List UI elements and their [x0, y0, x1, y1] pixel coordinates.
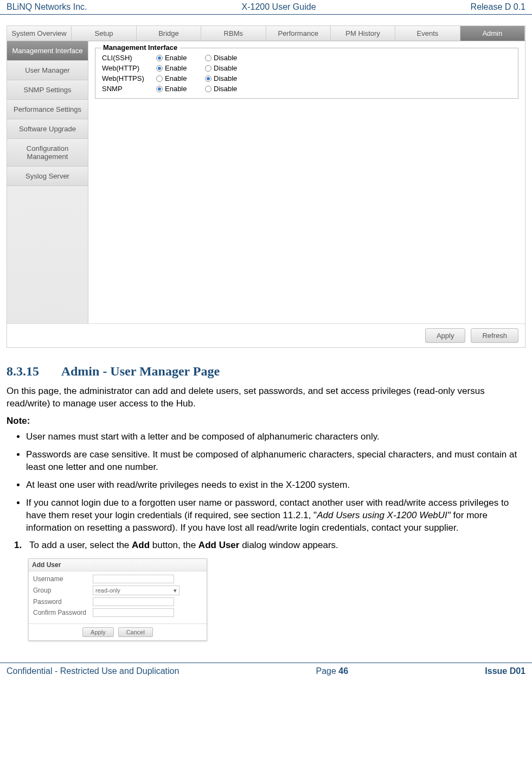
dialog-row-confirm: Confirm Password	[33, 607, 202, 618]
group-label: Group	[33, 587, 93, 594]
apply-button[interactable]: Apply	[425, 328, 466, 343]
enable-radio[interactable]: Enable	[156, 54, 205, 62]
config-label: CLI(SSH)	[102, 54, 156, 62]
add-user-dialog: Add User Username Group read-only ▾ Pass…	[28, 558, 207, 641]
top-tab-bridge[interactable]: Bridge	[137, 26, 201, 41]
config-label: Web(HTTP)	[102, 64, 156, 72]
confirm-label: Confirm Password	[33, 609, 93, 616]
username-input[interactable]	[93, 575, 174, 583]
refresh-button[interactable]: Refresh	[471, 328, 518, 343]
dialog-row-group: Group read-only ▾	[33, 584, 202, 596]
note-item: At least one user with read/write privil…	[26, 479, 525, 492]
note-item: User names must start with a letter and …	[26, 431, 525, 443]
footer-right: Issue D01	[485, 666, 525, 676]
top-tabs: System OverviewSetupBridgeRBMsPerformanc…	[7, 26, 525, 41]
group-select[interactable]: read-only ▾	[93, 585, 180, 595]
dialog-row-username: Username	[33, 574, 202, 584]
top-tab-admin[interactable]: Admin	[460, 26, 525, 41]
password-input[interactable]	[93, 597, 174, 606]
confirm-input[interactable]	[93, 608, 174, 617]
notes-list: User names must start with a letter and …	[7, 431, 525, 534]
disable-radio[interactable]: Disable	[205, 85, 254, 93]
top-tab-rbms[interactable]: RBMs	[201, 26, 266, 41]
admin-sidebar: Management InterfaceUser ManagerSNMP Set…	[7, 41, 88, 323]
enable-radio[interactable]: Enable	[156, 64, 205, 72]
admin-screenshot: System OverviewSetupBridgeRBMsPerformanc…	[7, 26, 525, 348]
page-header: BLiNQ Networks Inc. X-1200 User Guide Re…	[0, 0, 532, 15]
sidebar-item-syslog-server[interactable]: Syslog Server	[7, 167, 88, 186]
section-number: 8.3.15	[7, 364, 39, 378]
note-label: Note:	[7, 416, 525, 426]
header-right: Release D 0.1	[471, 2, 525, 12]
sidebar-item-software-upgrade[interactable]: Software Upgrade	[7, 119, 88, 139]
header-center: X-1200 User Guide	[242, 2, 316, 12]
top-tab-events[interactable]: Events	[395, 26, 460, 41]
section-title: Admin - User Manager Page	[61, 364, 220, 378]
step-text: To add a user, select the Add button, th…	[29, 539, 338, 552]
section-heading: 8.3.15 Admin - User Manager Page	[7, 364, 525, 379]
footer-left: Confidential - Restricted Use and Duplic…	[7, 666, 179, 676]
disable-radio[interactable]: Disable	[205, 74, 254, 82]
footer-center: Page 46	[316, 666, 349, 676]
chevron-down-icon: ▾	[174, 587, 177, 594]
intro-text: On this page, the administrator can add …	[7, 385, 525, 410]
note-item: If you cannot login due to a forgotten u…	[26, 497, 525, 534]
config-label: SNMP	[102, 85, 156, 93]
config-row: Web(HTTP)EnableDisable	[102, 63, 511, 73]
button-row: Apply Refresh	[7, 323, 525, 347]
dialog-apply-button[interactable]: Apply	[82, 627, 114, 637]
note-item: Passwords are case sensitive. It must be…	[26, 449, 525, 474]
sidebar-item-performance-settings[interactable]: Performance Settings	[7, 100, 88, 119]
dialog-row-password: Password	[33, 596, 202, 607]
top-tab-pm-history[interactable]: PM History	[331, 26, 395, 41]
step-number: 1.	[14, 539, 29, 552]
management-interface-fieldset: Management Interface CLI(SSH)EnableDisab…	[95, 48, 518, 99]
fieldset-legend: Management Interface	[101, 43, 180, 52]
username-label: Username	[33, 575, 93, 583]
enable-radio[interactable]: Enable	[156, 85, 205, 93]
page-footer: Confidential - Restricted Use and Duplic…	[0, 663, 532, 679]
top-tab-performance[interactable]: Performance	[266, 26, 331, 41]
sidebar-item-configuration-management[interactable]: Configuration Management	[7, 139, 88, 167]
dialog-cancel-button[interactable]: Cancel	[118, 627, 153, 637]
config-row: SNMPEnableDisable	[102, 84, 511, 94]
config-row: CLI(SSH)EnableDisable	[102, 53, 511, 63]
password-label: Password	[33, 598, 93, 606]
disable-radio[interactable]: Disable	[205, 64, 254, 72]
sidebar-item-user-manager[interactable]: User Manager	[7, 61, 88, 80]
enable-radio[interactable]: Enable	[156, 74, 205, 82]
config-label: Web(HTTPS)	[102, 74, 156, 82]
disable-radio[interactable]: Disable	[205, 54, 254, 62]
top-tab-system-overview[interactable]: System Overview	[7, 26, 72, 41]
sidebar-item-snmp-settings[interactable]: SNMP Settings	[7, 80, 88, 100]
header-left: BLiNQ Networks Inc.	[7, 2, 87, 12]
sidebar-item-management-interface[interactable]: Management Interface	[7, 41, 88, 61]
step-1: 1. To add a user, select the Add button,…	[7, 539, 525, 552]
config-row: Web(HTTPS)EnableDisable	[102, 73, 511, 84]
config-panel: Management Interface CLI(SSH)EnableDisab…	[88, 41, 525, 323]
top-tab-setup[interactable]: Setup	[72, 26, 136, 41]
dialog-title: Add User	[29, 559, 207, 571]
